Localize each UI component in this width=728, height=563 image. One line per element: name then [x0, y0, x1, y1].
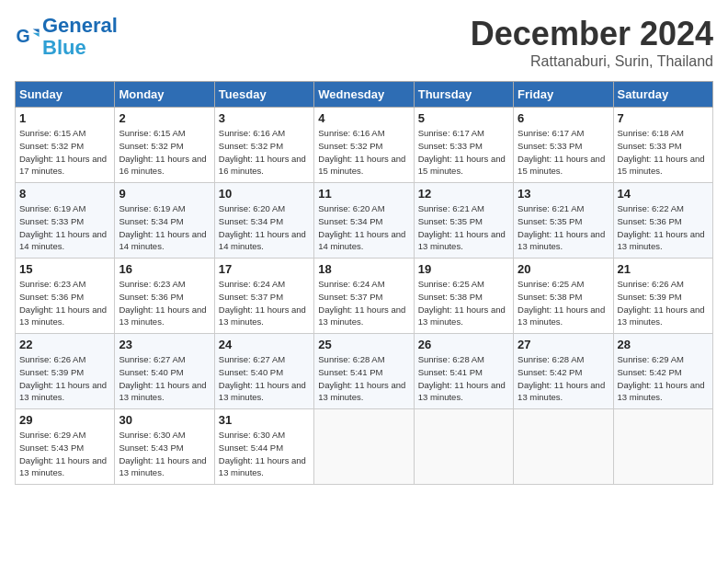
- calendar-day: 30Sunrise: 6:30 AMSunset: 5:43 PMDayligh…: [115, 409, 214, 485]
- page-header: G GeneralBlue December 2024 Rattanaburi,…: [15, 15, 713, 70]
- svg-marker-1: [33, 29, 40, 33]
- calendar-day: 8Sunrise: 6:19 AMSunset: 5:33 PMDaylight…: [16, 183, 115, 259]
- day-number: 30: [119, 413, 210, 427]
- calendar-day: [613, 409, 712, 485]
- day-info: Sunrise: 6:21 AMSunset: 5:35 PMDaylight:…: [518, 202, 609, 253]
- day-number: 7: [618, 111, 709, 125]
- calendar-day: 12Sunrise: 6:21 AMSunset: 5:35 PMDayligh…: [414, 183, 513, 259]
- day-info: Sunrise: 6:30 AMSunset: 5:43 PMDaylight:…: [119, 429, 210, 479]
- day-info: Sunrise: 6:17 AMSunset: 5:33 PMDaylight:…: [518, 127, 609, 178]
- calendar-day: 5Sunrise: 6:17 AMSunset: 5:33 PMDaylight…: [414, 108, 513, 183]
- day-number: 9: [119, 187, 210, 201]
- day-number: 19: [418, 262, 509, 276]
- calendar-day: 22Sunrise: 6:26 AMSunset: 5:39 PMDayligh…: [16, 334, 115, 409]
- calendar-day: 9Sunrise: 6:19 AMSunset: 5:34 PMDaylight…: [115, 183, 214, 259]
- logo-icon: G: [15, 24, 40, 50]
- day-info: Sunrise: 6:21 AMSunset: 5:35 PMDaylight:…: [418, 202, 509, 253]
- day-number: 11: [318, 187, 409, 201]
- day-info: Sunrise: 6:29 AMSunset: 5:42 PMDaylight:…: [618, 353, 709, 404]
- day-number: 12: [418, 187, 509, 201]
- day-info: Sunrise: 6:20 AMSunset: 5:34 PMDaylight:…: [318, 202, 409, 253]
- calendar-day: 4Sunrise: 6:16 AMSunset: 5:32 PMDaylight…: [314, 108, 414, 183]
- calendar-day: [314, 409, 414, 485]
- month-title: December 2024: [471, 15, 713, 53]
- day-number: 17: [219, 262, 310, 276]
- calendar-day: 17Sunrise: 6:24 AMSunset: 5:37 PMDayligh…: [214, 259, 313, 334]
- day-info: Sunrise: 6:15 AMSunset: 5:32 PMDaylight:…: [19, 127, 110, 178]
- day-info: Sunrise: 6:27 AMSunset: 5:40 PMDaylight:…: [219, 353, 310, 404]
- day-number: 23: [119, 338, 210, 351]
- day-number: 26: [418, 338, 509, 351]
- weekday-header: Sunday: [16, 82, 115, 108]
- day-info: Sunrise: 6:22 AMSunset: 5:36 PMDaylight:…: [618, 202, 709, 253]
- logo: G GeneralBlue: [15, 15, 118, 59]
- calendar-day: 13Sunrise: 6:21 AMSunset: 5:35 PMDayligh…: [514, 183, 613, 259]
- calendar-day: [514, 409, 613, 485]
- calendar-day: [414, 409, 513, 485]
- calendar-day: 28Sunrise: 6:29 AMSunset: 5:42 PMDayligh…: [613, 334, 712, 409]
- calendar-day: 26Sunrise: 6:28 AMSunset: 5:41 PMDayligh…: [414, 334, 513, 409]
- calendar-day: 29Sunrise: 6:29 AMSunset: 5:43 PMDayligh…: [16, 409, 115, 485]
- calendar-day: 2Sunrise: 6:15 AMSunset: 5:32 PMDaylight…: [115, 108, 214, 183]
- day-number: 27: [518, 338, 609, 351]
- day-number: 2: [119, 111, 210, 125]
- day-info: Sunrise: 6:19 AMSunset: 5:33 PMDaylight:…: [19, 202, 110, 253]
- day-number: 13: [518, 187, 609, 201]
- weekday-header: Friday: [514, 82, 613, 108]
- day-number: 22: [19, 338, 110, 351]
- day-info: Sunrise: 6:24 AMSunset: 5:37 PMDaylight:…: [318, 278, 409, 328]
- day-info: Sunrise: 6:25 AMSunset: 5:38 PMDaylight:…: [418, 278, 509, 328]
- day-info: Sunrise: 6:23 AMSunset: 5:36 PMDaylight:…: [119, 278, 210, 328]
- location: Rattanaburi, Surin, Thailand: [471, 53, 713, 70]
- calendar-day: 6Sunrise: 6:17 AMSunset: 5:33 PMDaylight…: [514, 108, 613, 183]
- calendar-day: 10Sunrise: 6:20 AMSunset: 5:34 PMDayligh…: [214, 183, 313, 259]
- day-info: Sunrise: 6:16 AMSunset: 5:32 PMDaylight:…: [318, 127, 409, 178]
- day-info: Sunrise: 6:18 AMSunset: 5:33 PMDaylight:…: [618, 127, 709, 178]
- calendar-day: 21Sunrise: 6:26 AMSunset: 5:39 PMDayligh…: [613, 259, 712, 334]
- day-info: Sunrise: 6:17 AMSunset: 5:33 PMDaylight:…: [418, 127, 509, 178]
- weekday-header: Thursday: [414, 82, 513, 108]
- day-info: Sunrise: 6:25 AMSunset: 5:38 PMDaylight:…: [518, 278, 609, 328]
- day-number: 14: [618, 187, 709, 201]
- calendar-day: 27Sunrise: 6:28 AMSunset: 5:42 PMDayligh…: [514, 334, 613, 409]
- calendar-day: 31Sunrise: 6:30 AMSunset: 5:44 PMDayligh…: [214, 409, 313, 485]
- day-number: 16: [119, 262, 210, 276]
- day-info: Sunrise: 6:26 AMSunset: 5:39 PMDaylight:…: [19, 353, 110, 404]
- day-info: Sunrise: 6:16 AMSunset: 5:32 PMDaylight:…: [219, 127, 310, 178]
- calendar-day: 3Sunrise: 6:16 AMSunset: 5:32 PMDaylight…: [214, 108, 313, 183]
- day-info: Sunrise: 6:26 AMSunset: 5:39 PMDaylight:…: [618, 278, 709, 328]
- day-info: Sunrise: 6:19 AMSunset: 5:34 PMDaylight:…: [119, 202, 210, 253]
- svg-marker-2: [33, 33, 40, 37]
- day-info: Sunrise: 6:24 AMSunset: 5:37 PMDaylight:…: [219, 278, 310, 328]
- day-info: Sunrise: 6:28 AMSunset: 5:41 PMDaylight:…: [418, 353, 509, 404]
- calendar-day: 7Sunrise: 6:18 AMSunset: 5:33 PMDaylight…: [613, 108, 712, 183]
- day-info: Sunrise: 6:28 AMSunset: 5:42 PMDaylight:…: [518, 353, 609, 404]
- weekday-header: Saturday: [613, 82, 712, 108]
- weekday-header: Wednesday: [314, 82, 414, 108]
- calendar-day: 11Sunrise: 6:20 AMSunset: 5:34 PMDayligh…: [314, 183, 414, 259]
- calendar-day: 1Sunrise: 6:15 AMSunset: 5:32 PMDaylight…: [16, 108, 115, 183]
- day-info: Sunrise: 6:28 AMSunset: 5:41 PMDaylight:…: [318, 353, 409, 404]
- calendar-day: 14Sunrise: 6:22 AMSunset: 5:36 PMDayligh…: [613, 183, 712, 259]
- day-info: Sunrise: 6:29 AMSunset: 5:43 PMDaylight:…: [19, 429, 110, 479]
- day-number: 31: [219, 413, 310, 427]
- day-number: 28: [618, 338, 709, 351]
- day-number: 6: [518, 111, 609, 125]
- day-number: 21: [618, 262, 709, 276]
- day-info: Sunrise: 6:20 AMSunset: 5:34 PMDaylight:…: [219, 202, 310, 253]
- calendar-day: 15Sunrise: 6:23 AMSunset: 5:36 PMDayligh…: [16, 259, 115, 334]
- day-info: Sunrise: 6:15 AMSunset: 5:32 PMDaylight:…: [119, 127, 210, 178]
- day-info: Sunrise: 6:23 AMSunset: 5:36 PMDaylight:…: [19, 278, 110, 328]
- day-info: Sunrise: 6:27 AMSunset: 5:40 PMDaylight:…: [119, 353, 210, 404]
- calendar-day: 24Sunrise: 6:27 AMSunset: 5:40 PMDayligh…: [214, 334, 313, 409]
- day-number: 3: [219, 111, 310, 125]
- title-block: December 2024 Rattanaburi, Surin, Thaila…: [471, 15, 713, 70]
- calendar-day: 18Sunrise: 6:24 AMSunset: 5:37 PMDayligh…: [314, 259, 414, 334]
- logo-text: GeneralBlue: [42, 15, 118, 59]
- svg-text:G: G: [16, 26, 29, 46]
- day-number: 15: [19, 262, 110, 276]
- calendar-day: 23Sunrise: 6:27 AMSunset: 5:40 PMDayligh…: [115, 334, 214, 409]
- day-number: 4: [318, 111, 409, 125]
- day-number: 8: [19, 187, 110, 201]
- day-info: Sunrise: 6:30 AMSunset: 5:44 PMDaylight:…: [219, 429, 310, 479]
